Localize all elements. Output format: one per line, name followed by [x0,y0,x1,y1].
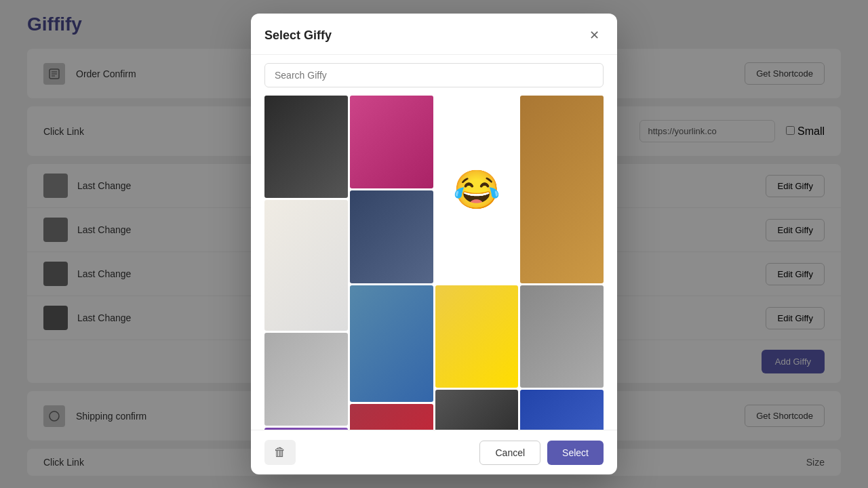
search-input[interactable] [264,63,604,87]
modal-title: Select Giffy [264,28,332,43]
gif-grid-container[interactable]: 😂 DEBBIE DOWNER [251,96,617,430]
gif-item[interactable] [435,390,519,430]
gif-item-emoji[interactable]: 😂 [435,96,519,283]
modal-header: Select Giffy ✕ [251,14,617,55]
cancel-button[interactable]: Cancel [479,441,540,465]
close-modal-button[interactable]: ✕ [585,26,604,45]
gif-item[interactable] [350,404,433,430]
gif-item[interactable] [264,200,348,331]
gif-item[interactable] [264,333,348,426]
select-button[interactable]: Select [547,441,604,465]
modal-footer: 🗑 Cancel Select [251,430,617,474]
delete-button[interactable]: 🗑 [264,440,296,465]
gif-item[interactable] [520,96,604,283]
gif-item[interactable] [520,285,604,388]
gif-item[interactable] [350,285,433,402]
modal-overlay: Select Giffy ✕ 😂 [0,0,868,488]
gif-item[interactable] [520,390,604,430]
gif-grid: 😂 DEBBIE DOWNER [264,96,604,430]
gif-item[interactable] [264,96,348,198]
gif-item[interactable] [350,96,433,188]
footer-actions: Cancel Select [479,441,604,465]
select-giffy-modal: Select Giffy ✕ 😂 [251,14,617,474]
gif-item[interactable] [435,285,519,388]
gif-item[interactable] [350,190,433,283]
search-section [251,55,617,96]
